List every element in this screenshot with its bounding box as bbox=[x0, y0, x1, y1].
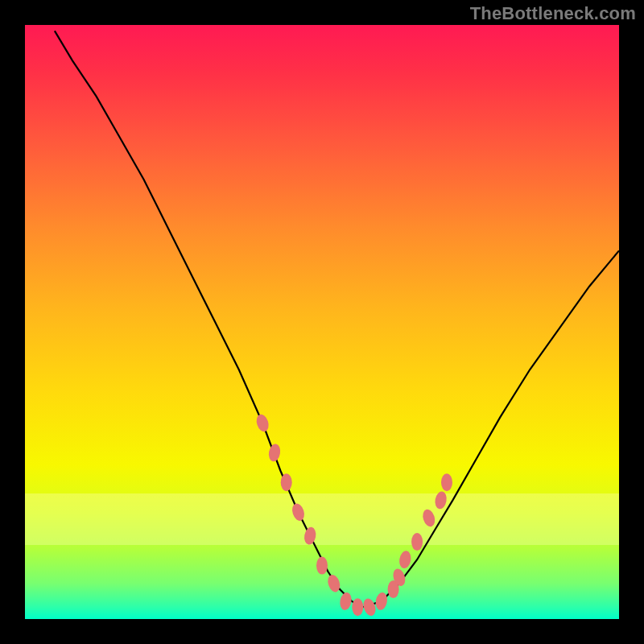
watermark-text: TheBottleneck.com bbox=[470, 3, 636, 24]
marker-dot bbox=[352, 598, 363, 616]
marker-dot bbox=[303, 526, 317, 546]
marker-dot bbox=[339, 592, 353, 611]
marker-dot bbox=[290, 502, 306, 522]
marker-dot bbox=[361, 597, 378, 617]
marker-dot bbox=[434, 490, 448, 510]
marker-dot bbox=[281, 473, 292, 491]
marker-dot bbox=[316, 557, 328, 575]
marker-dot bbox=[398, 550, 412, 569]
left-curve-path bbox=[55, 31, 364, 607]
marker-dot bbox=[267, 443, 282, 462]
highlighted-points-group bbox=[254, 413, 452, 617]
curve-svg bbox=[25, 25, 619, 619]
marker-dot bbox=[254, 413, 270, 433]
marker-dot bbox=[374, 592, 389, 611]
marker-dot bbox=[421, 508, 437, 528]
curve-lines bbox=[55, 31, 619, 607]
marker-dot bbox=[441, 473, 452, 491]
chart-container: TheBottleneck.com bbox=[0, 0, 644, 644]
marker-dot bbox=[326, 573, 342, 593]
marker-dot bbox=[411, 533, 423, 551]
